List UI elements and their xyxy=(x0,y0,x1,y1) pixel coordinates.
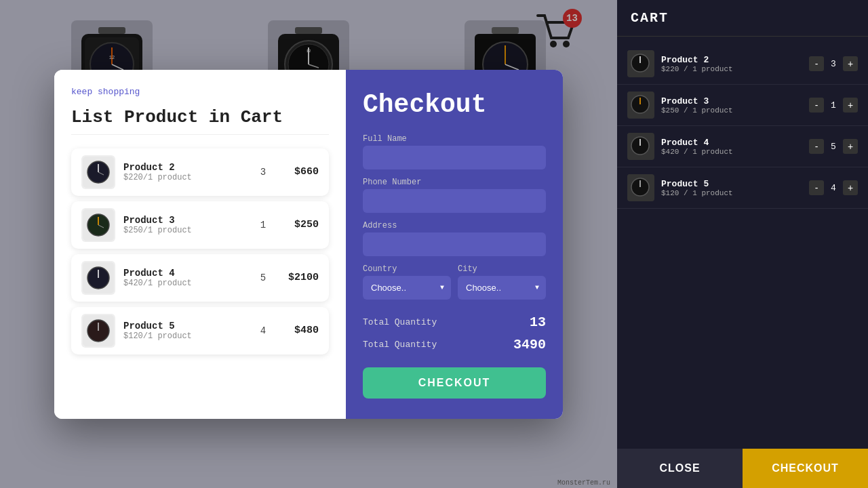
modal-right-panel: Checkout Full Name Phone Number Address … xyxy=(346,70,563,419)
phone-input[interactable] xyxy=(363,189,546,213)
modal-product-1-unit: $250/1 product xyxy=(123,226,248,235)
modal-product-1-price: $250 xyxy=(278,219,319,230)
total-price-value: 3490 xyxy=(513,337,546,352)
total-qty-row: Total Quantity 13 xyxy=(363,311,546,333)
total-qty-label: Total Quantity xyxy=(363,317,437,327)
modal-product-0-unit: $220/1 product xyxy=(123,173,248,182)
modal-product-1-img xyxy=(81,208,115,242)
cart-item-2-name: Product 4 xyxy=(661,138,809,148)
cart-item-3-minus[interactable]: - xyxy=(809,180,824,195)
cart-item-3: Product 5 $120 / 1 product - 4 + xyxy=(617,167,868,209)
modal-product-row-2: Product 4 $420/1 product 5 $2100 xyxy=(71,254,329,302)
modal-product-2-unit: $420/1 product xyxy=(123,279,248,288)
phone-label: Phone Number xyxy=(363,178,546,187)
modal-title: List Product in Cart xyxy=(71,107,329,135)
modal-product-0-img xyxy=(81,155,115,189)
cart-sidebar: CART Product 2 $220 / 1 product - 3 + xyxy=(617,0,868,488)
modal-product-3-qty: 4 xyxy=(256,325,270,336)
checkout-modal: keep shopping List Product in Cart Pr xyxy=(54,70,563,419)
cart-item-1-plus[interactable]: + xyxy=(843,98,858,113)
cart-item-2-img xyxy=(627,133,654,160)
modal-product-2-qty: 5 xyxy=(256,272,270,283)
modal-product-1-name: Product 3 xyxy=(123,215,248,226)
cart-item-2-minus[interactable]: - xyxy=(809,139,824,154)
modal-product-0-qty: 3 xyxy=(256,167,270,178)
cart-item-3-img xyxy=(627,174,654,201)
total-price-label: Total Quantity xyxy=(363,340,437,350)
cart-item-2-price: $420 / 1 product xyxy=(661,148,809,156)
cart-item-0-price: $220 / 1 product xyxy=(661,65,809,73)
checkout-sidebar-button[interactable]: CHECKOUT xyxy=(743,449,868,488)
modal-product-2-name: Product 4 xyxy=(123,268,248,279)
country-group: Country Choose.. ▼ xyxy=(363,264,451,300)
checkout-submit-button[interactable]: CHECKOUT xyxy=(363,367,546,399)
city-select-wrapper: Choose.. ▼ xyxy=(458,276,546,300)
cart-item-1-qty-controls: - 1 + xyxy=(809,98,858,113)
cart-item-3-name: Product 5 xyxy=(661,179,809,189)
cart-item-1: Product 3 $250 / 1 product - 1 + xyxy=(617,85,868,126)
cart-item-1-name: Product 3 xyxy=(661,96,809,106)
cart-item-0-img xyxy=(627,50,654,77)
cart-items-list: Product 2 $220 / 1 product - 3 + Product… xyxy=(617,37,868,216)
cart-item-0-name: Product 2 xyxy=(661,55,809,65)
cart-item-0-plus[interactable]: + xyxy=(843,56,858,71)
modal-product-row-0: Product 2 $220/1 product 3 $660 xyxy=(71,148,329,196)
modal-product-3-price: $480 xyxy=(278,325,319,336)
totals-section: Total Quantity 13 Total Quantity 3490 xyxy=(363,311,546,356)
cart-item-3-qty: 4 xyxy=(829,183,837,193)
total-qty-value: 13 xyxy=(530,314,546,330)
modal-product-0-info: Product 2 $220/1 product xyxy=(123,162,248,182)
cart-item-1-minus[interactable]: - xyxy=(809,98,824,113)
modal-product-3-img xyxy=(81,314,115,348)
total-price-row: Total Quantity 3490 xyxy=(363,333,546,356)
keep-shopping-link[interactable]: keep shopping xyxy=(71,87,329,97)
cart-item-2-qty-controls: - 5 + xyxy=(809,139,858,154)
address-input[interactable] xyxy=(363,232,546,256)
modal-overlay: keep shopping List Product in Cart Pr xyxy=(0,0,617,488)
modal-left-panel: keep shopping List Product in Cart Pr xyxy=(54,70,346,419)
cart-item-1-info: Product 3 $250 / 1 product xyxy=(661,96,809,115)
country-select-wrapper: Choose.. ▼ xyxy=(363,276,451,300)
modal-product-3-unit: $120/1 product xyxy=(123,331,248,341)
cart-item-1-img xyxy=(627,92,654,119)
cart-item-3-price: $120 / 1 product xyxy=(661,189,809,197)
modal-product-2-img xyxy=(81,261,115,295)
close-button[interactable]: CLOSE xyxy=(617,449,743,488)
modal-product-3-name: Product 5 xyxy=(123,321,248,331)
cart-item-1-price: $250 / 1 product xyxy=(661,106,809,115)
checkout-form-title: Checkout xyxy=(363,90,546,119)
cart-item-2-plus[interactable]: + xyxy=(843,139,858,154)
cart-item-0-info: Product 2 $220 / 1 product xyxy=(661,55,809,73)
cart-item-1-qty: 1 xyxy=(829,100,837,110)
modal-product-2-price: $2100 xyxy=(278,272,319,283)
modal-product-1-info: Product 3 $250/1 product xyxy=(123,215,248,235)
modal-product-0-price: $660 xyxy=(278,166,319,178)
modal-product-2-info: Product 4 $420/1 product xyxy=(123,268,248,288)
cart-item-0-minus[interactable]: - xyxy=(809,56,824,71)
address-group: Address xyxy=(363,221,546,256)
cart-header-title: CART xyxy=(617,0,868,37)
modal-product-list: Product 2 $220/1 product 3 $660 xyxy=(71,148,329,354)
phone-group: Phone Number xyxy=(363,178,546,213)
city-label: City xyxy=(458,264,546,274)
modal-product-row-3: Product 5 $120/1 product 4 $480 xyxy=(71,307,329,354)
modal-product-row-1: Product 3 $250/1 product 1 $250 xyxy=(71,201,329,249)
cart-item-0-qty-controls: - 3 + xyxy=(809,56,858,71)
full-name-input[interactable] xyxy=(363,146,546,169)
cart-item-0: Product 2 $220 / 1 product - 3 + xyxy=(617,43,868,85)
cart-item-3-plus[interactable]: + xyxy=(843,180,858,195)
modal-product-3-info: Product 5 $120/1 product xyxy=(123,321,248,341)
full-name-label: Full Name xyxy=(363,134,546,144)
country-city-row: Country Choose.. ▼ City Choose.. ▼ xyxy=(363,264,546,300)
country-select[interactable]: Choose.. xyxy=(363,276,451,300)
modal-product-0-name: Product 2 xyxy=(123,162,248,173)
modal-product-1-qty: 1 xyxy=(256,220,270,230)
city-group: City Choose.. ▼ xyxy=(458,264,546,300)
cart-item-3-qty-controls: - 4 + xyxy=(809,180,858,195)
cart-item-0-qty: 3 xyxy=(829,59,837,69)
city-select[interactable]: Choose.. xyxy=(458,276,546,300)
full-name-group: Full Name xyxy=(363,134,546,169)
address-label: Address xyxy=(363,221,546,230)
cart-item-3-info: Product 5 $120 / 1 product xyxy=(661,179,809,197)
cart-item-2-qty: 5 xyxy=(829,142,837,152)
